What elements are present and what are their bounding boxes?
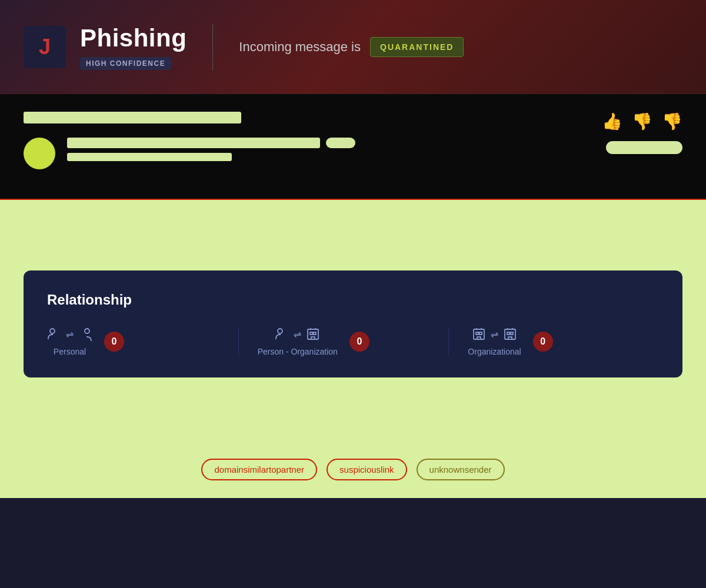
svg-rect-3 bbox=[308, 329, 318, 339]
svg-rect-8 bbox=[476, 332, 478, 335]
tag-domain-similar[interactable]: domainsimilartopartner bbox=[201, 459, 317, 480]
personal-label: Personal bbox=[54, 347, 86, 356]
svg-rect-4 bbox=[310, 332, 312, 335]
thumbs-down-alt-icon[interactable]: 👎 bbox=[662, 112, 682, 131]
arrow-org2-icon: ⇌ bbox=[491, 329, 498, 340]
person-org-left-icon bbox=[275, 327, 289, 341]
person-right-icon bbox=[78, 327, 92, 341]
quarantined-status-badge: QUARANTINED bbox=[370, 37, 464, 57]
org-count-badge: 0 bbox=[533, 332, 553, 352]
org-label: Organizational bbox=[468, 347, 521, 356]
email-body-row bbox=[24, 138, 682, 169]
rel-person-org-content: ⇌ Person - Organization bbox=[258, 327, 338, 356]
thumbs-down-icon[interactable]: 👎 bbox=[632, 112, 652, 131]
svg-rect-14 bbox=[508, 337, 512, 339]
personal-count-badge: 0 bbox=[104, 332, 124, 352]
email-subject-redacted bbox=[24, 112, 241, 123]
relationship-card: Relationship ⇌ bbox=[24, 270, 682, 377]
tags-row: domainsimilartopartner suspiciouslink un… bbox=[0, 447, 706, 498]
person-org-label: Person - Organization bbox=[258, 347, 338, 356]
building-right-icon bbox=[306, 327, 320, 341]
svg-rect-12 bbox=[507, 332, 509, 335]
rel-person-org-icons: ⇌ bbox=[275, 327, 320, 341]
tag-unknown-sender[interactable]: unknownsender bbox=[417, 459, 505, 480]
rel-personal-icons: ⇌ bbox=[47, 327, 92, 341]
svg-point-1 bbox=[85, 329, 89, 333]
avatar-letter: J bbox=[39, 35, 51, 59]
rel-personal-content: ⇌ Personal bbox=[47, 327, 92, 356]
avatar: J bbox=[24, 26, 66, 68]
email-action-buttons: 👍 👎 👎 bbox=[602, 112, 682, 131]
rel-org-content: ⇌ Organizational bbox=[468, 327, 521, 356]
svg-rect-9 bbox=[479, 332, 482, 335]
email-status-pill-redacted bbox=[606, 141, 682, 154]
svg-point-2 bbox=[278, 329, 282, 333]
svg-rect-6 bbox=[311, 337, 315, 339]
email-tag-redacted bbox=[326, 138, 355, 148]
person-org-count-badge: 0 bbox=[349, 332, 369, 352]
building-org-right-icon bbox=[503, 327, 517, 341]
svg-rect-13 bbox=[511, 332, 513, 335]
tag-suspicious-link[interactable]: suspiciouslink bbox=[327, 459, 407, 480]
email-date-redacted bbox=[67, 153, 232, 161]
svg-rect-5 bbox=[314, 332, 316, 335]
email-from-row bbox=[67, 138, 682, 148]
relationship-grid: ⇌ Personal 0 bbox=[47, 327, 659, 356]
email-preview-section: 👍 👎 👎 bbox=[0, 94, 706, 200]
header-banner: J Phishing HIGH CONFIDENCE Incoming mess… bbox=[0, 0, 706, 94]
email-sender-avatar bbox=[24, 138, 55, 169]
thumbs-up-icon[interactable]: 👍 bbox=[602, 112, 622, 131]
header-info: Phishing HIGH CONFIDENCE bbox=[80, 24, 187, 70]
arrow-icon: ⇌ bbox=[66, 329, 74, 340]
content-area: Relationship ⇌ bbox=[0, 200, 706, 447]
arrow-org-icon: ⇌ bbox=[294, 329, 301, 340]
quarantine-section: Incoming message is QUARANTINED bbox=[239, 37, 464, 57]
email-meta bbox=[67, 138, 682, 161]
svg-point-0 bbox=[50, 329, 55, 333]
incoming-message-label: Incoming message is bbox=[239, 39, 361, 55]
svg-rect-7 bbox=[474, 329, 484, 339]
page-title: Phishing bbox=[80, 24, 187, 52]
person-left-icon bbox=[47, 327, 61, 341]
confidence-badge: HIGH CONFIDENCE bbox=[80, 57, 171, 70]
relationship-title: Relationship bbox=[47, 292, 659, 308]
rel-org-icons: ⇌ bbox=[472, 327, 517, 341]
relationship-item-org: ⇌ Organizational 0 bbox=[449, 327, 659, 356]
email-from-redacted bbox=[67, 138, 320, 148]
relationship-item-person-org: ⇌ Person - Organization 0 bbox=[239, 327, 449, 356]
header-divider bbox=[212, 24, 213, 71]
svg-rect-11 bbox=[505, 329, 515, 339]
building-org-left-icon bbox=[472, 327, 486, 341]
svg-rect-10 bbox=[477, 337, 481, 339]
relationship-item-personal: ⇌ Personal 0 bbox=[47, 327, 239, 356]
